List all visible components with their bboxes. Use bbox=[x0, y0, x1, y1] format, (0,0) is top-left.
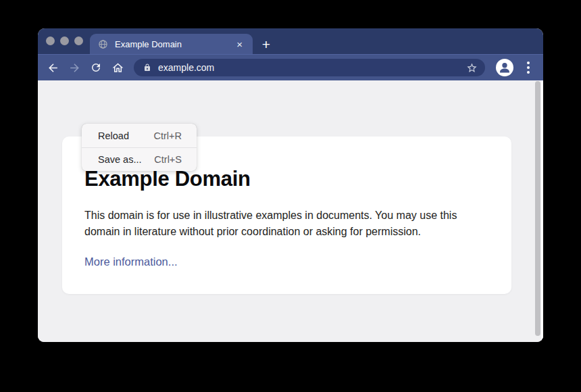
title-bar: Example Domain × + bbox=[38, 28, 543, 54]
browser-window: Example Domain × + bbox=[38, 28, 543, 342]
vertical-scrollbar[interactable] bbox=[535, 81, 540, 336]
window-zoom-button[interactable] bbox=[74, 36, 83, 45]
profile-avatar-button[interactable] bbox=[496, 59, 513, 76]
browser-tab[interactable]: Example Domain × bbox=[90, 34, 253, 54]
context-menu-item-reload[interactable]: Reload Ctrl+R bbox=[82, 124, 197, 147]
new-tab-button[interactable]: + bbox=[257, 34, 276, 53]
forward-button[interactable] bbox=[64, 57, 85, 78]
menu-item-shortcut: Ctrl+S bbox=[154, 154, 182, 165]
browser-toolbar: example.com bbox=[38, 54, 543, 80]
bookmark-star-button[interactable] bbox=[463, 59, 480, 76]
three-dots-icon bbox=[527, 62, 530, 74]
url-bar[interactable]: example.com bbox=[134, 59, 485, 76]
person-avatar-icon bbox=[496, 59, 513, 76]
star-icon bbox=[466, 62, 478, 74]
globe-favicon-icon bbox=[98, 39, 108, 49]
reload-icon bbox=[90, 62, 102, 74]
forward-arrow-icon bbox=[68, 62, 81, 74]
menu-item-shortcut: Ctrl+R bbox=[154, 130, 182, 141]
window-close-button[interactable] bbox=[46, 36, 55, 45]
window-minimize-button[interactable] bbox=[60, 36, 69, 45]
tab-close-icon[interactable]: × bbox=[233, 38, 246, 51]
page-paragraph: This domain is for use in illustrative e… bbox=[84, 207, 484, 240]
back-button[interactable] bbox=[42, 57, 64, 78]
window-edge bbox=[541, 80, 543, 342]
tab-title: Example Domain bbox=[115, 39, 233, 49]
window-controls bbox=[46, 36, 83, 45]
page-viewport: Example Domain This domain is for use in… bbox=[38, 80, 543, 342]
more-information-link[interactable]: More information... bbox=[84, 255, 178, 268]
browser-menu-button[interactable] bbox=[520, 59, 536, 76]
back-arrow-icon bbox=[47, 62, 59, 74]
menu-item-label: Save as... bbox=[98, 154, 141, 165]
menu-item-label: Reload bbox=[98, 130, 129, 141]
url-text: example.com bbox=[158, 62, 463, 73]
context-menu-item-save-as[interactable]: Save as... Ctrl+S bbox=[82, 147, 197, 171]
home-button[interactable] bbox=[107, 57, 128, 78]
home-icon bbox=[111, 62, 124, 74]
reload-button[interactable] bbox=[85, 57, 107, 78]
lock-icon[interactable] bbox=[143, 63, 151, 72]
context-menu: Reload Ctrl+R Save as... Ctrl+S bbox=[82, 124, 197, 171]
